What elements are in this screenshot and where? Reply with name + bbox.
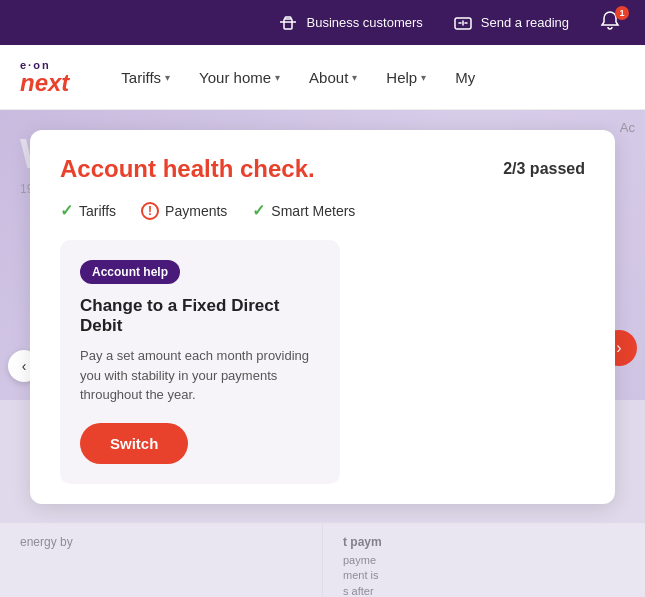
modal-score: 2/3 passed xyxy=(503,160,585,178)
nav-item-tariffs[interactable]: Tariffs ▾ xyxy=(109,61,182,94)
check-payments: ! Payments xyxy=(141,202,227,220)
notification-count: 1 xyxy=(615,6,629,20)
send-reading-link[interactable]: Send a reading xyxy=(453,13,569,33)
meter-icon xyxy=(453,13,473,33)
modal-checks: ✓ Tariffs ! Payments ✓ Smart Meters xyxy=(60,201,585,220)
nav-item-my[interactable]: My xyxy=(443,61,487,94)
check-pass-icon: ✓ xyxy=(60,201,73,220)
check-pass-icon-2: ✓ xyxy=(252,201,265,220)
account-help-badge: Account help xyxy=(80,260,180,284)
nav-items: Tariffs ▾ Your home ▾ About ▾ Help ▾ My xyxy=(109,61,487,94)
nav-label-about: About xyxy=(309,69,348,86)
nav-label-help: Help xyxy=(386,69,417,86)
modal-title: Account health check. xyxy=(60,155,315,183)
inner-card-title: Change to a Fixed Direct Debit xyxy=(80,296,320,336)
nav-label-tariffs: Tariffs xyxy=(121,69,161,86)
chevron-right-icon: › xyxy=(616,339,621,357)
inner-card-desc: Pay a set amount each month providing yo… xyxy=(80,346,320,405)
check-payments-label: Payments xyxy=(165,203,227,219)
logo-next: next xyxy=(20,71,69,95)
nav-label-my: My xyxy=(455,69,475,86)
logo[interactable]: e·on next xyxy=(20,59,69,95)
check-tariffs-label: Tariffs xyxy=(79,203,116,219)
utility-bar: Business customers Send a reading 1 xyxy=(0,0,645,45)
modal-header: Account health check. 2/3 passed xyxy=(60,155,585,183)
chevron-down-icon: ▾ xyxy=(165,72,170,83)
nav-item-about[interactable]: About ▾ xyxy=(297,61,369,94)
check-tariffs: ✓ Tariffs xyxy=(60,201,116,220)
switch-button[interactable]: Switch xyxy=(80,423,188,464)
inner-card: Account help Change to a Fixed Direct De… xyxy=(60,240,340,484)
check-warn-icon: ! xyxy=(141,202,159,220)
chevron-down-icon: ▾ xyxy=(275,72,280,83)
modal-card: Account health check. 2/3 passed ✓ Tarif… xyxy=(30,130,615,504)
briefcase-icon xyxy=(278,13,298,33)
send-reading-label: Send a reading xyxy=(481,15,569,30)
chevron-down-icon: ▾ xyxy=(421,72,426,83)
chevron-left-icon: ‹ xyxy=(22,358,27,374)
notification-bell[interactable]: 1 xyxy=(599,10,625,36)
svg-rect-0 xyxy=(284,19,292,29)
nav-bar: e·on next Tariffs ▾ Your home ▾ About ▾ … xyxy=(0,45,645,110)
chevron-down-icon: ▾ xyxy=(352,72,357,83)
nav-item-help[interactable]: Help ▾ xyxy=(374,61,438,94)
nav-label-your-home: Your home xyxy=(199,69,271,86)
check-smart-meters-label: Smart Meters xyxy=(271,203,355,219)
business-customers-label: Business customers xyxy=(306,15,422,30)
business-customers-link[interactable]: Business customers xyxy=(278,13,422,33)
check-smart-meters: ✓ Smart Meters xyxy=(252,201,355,220)
nav-item-your-home[interactable]: Your home ▾ xyxy=(187,61,292,94)
